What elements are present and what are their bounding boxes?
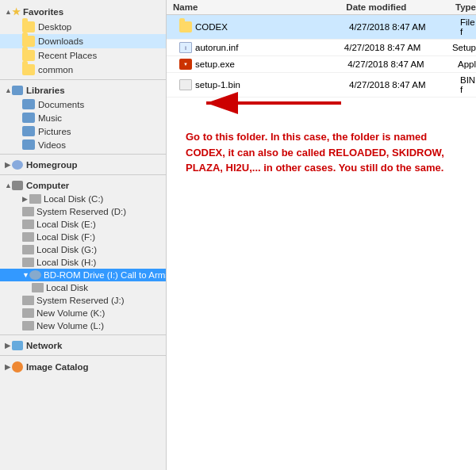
folder-icon bbox=[22, 50, 35, 61]
disk-icon bbox=[22, 207, 34, 216]
sidebar-item-label: Music bbox=[38, 113, 62, 123]
table-row[interactable]: CODEX 4/27/2018 8:47 AM File f bbox=[167, 15, 476, 40]
sidebar-item-local-e[interactable]: Local Disk (E:) bbox=[0, 218, 166, 231]
sidebar-item-label: Downloads bbox=[38, 36, 83, 46]
file-type: Setup bbox=[452, 43, 476, 52]
disk-icon bbox=[22, 220, 34, 229]
expand-icon: ▼ bbox=[22, 271, 29, 279]
local-disk-text: Local Disk bbox=[46, 283, 88, 292]
folder-icon bbox=[22, 21, 35, 32]
favorites-label: Favorites bbox=[23, 7, 63, 17]
disk-icon bbox=[22, 245, 34, 254]
computer-header[interactable]: ▲ Computer bbox=[0, 178, 166, 193]
main-content: Name Date modified Type CODEX 4/27/2018 … bbox=[167, 0, 476, 470]
favorites-header[interactable]: ▲ ★ Favorites bbox=[0, 3, 166, 20]
sidebar-item-label: Desktop bbox=[38, 22, 71, 32]
file-name: CODEX bbox=[195, 22, 228, 32]
cdrom-icon bbox=[29, 270, 41, 280]
disk-icon bbox=[22, 308, 34, 318]
sidebar-item-newvol-k[interactable]: New Volume (K:) bbox=[0, 307, 166, 319]
sidebar-item-label: Documents bbox=[38, 100, 84, 109]
sidebar-item-label: System Reserved (J:) bbox=[36, 296, 125, 305]
disk-icon bbox=[29, 194, 41, 204]
file-date: 4/27/2018 8:47 AM bbox=[344, 43, 452, 52]
sidebar-item-label: Recent Places bbox=[38, 51, 97, 60]
libraries-label: Libraries bbox=[26, 86, 65, 95]
sidebar-item-sysres-d[interactable]: System Reserved (D:) bbox=[0, 205, 166, 218]
sidebar-item-local-h[interactable]: Local Disk (H:) bbox=[0, 256, 166, 269]
homegroup-label: Homegroup bbox=[26, 160, 78, 170]
table-row[interactable]: ▼ setup.exe 4/27/2018 8:47 AM Appl bbox=[167, 56, 476, 73]
annotation-section: Go to this folder. In this case, the fol… bbox=[167, 97, 476, 182]
table-row[interactable]: i autorun.inf 4/27/2018 8:47 AM Setup bbox=[167, 40, 476, 56]
sidebar-item-music[interactable]: Music bbox=[0, 111, 166, 124]
sidebar-item-label: Local Disk (E:) bbox=[36, 220, 96, 229]
sidebar-item-videos[interactable]: Videos bbox=[0, 138, 166, 151]
file-type: File f bbox=[460, 17, 476, 36]
expand-icon: ▶ bbox=[22, 195, 29, 203]
sidebar-item-local-c[interactable]: ▶ Local Disk (C:) bbox=[0, 193, 166, 205]
file-type: Appl bbox=[458, 59, 476, 69]
libraries-header[interactable]: ▲ Libraries bbox=[0, 82, 166, 97]
sidebar-item-label: Pictures bbox=[38, 127, 71, 136]
sidebar: ▲ ★ Favorites Desktop Downloads Recent P… bbox=[0, 0, 167, 470]
catalog-icon bbox=[12, 361, 23, 373]
disk-icon bbox=[22, 232, 34, 242]
divider bbox=[0, 355, 166, 356]
sidebar-item-local-g[interactable]: Local Disk (G:) bbox=[0, 243, 166, 256]
sidebar-item-pictures[interactable]: Pictures bbox=[0, 124, 166, 138]
annotation-arrow bbox=[190, 83, 349, 123]
sidebar-item-label: common bbox=[38, 65, 73, 75]
image-catalog-section: ▶ Image Catalog bbox=[0, 358, 166, 375]
network-header[interactable]: ▶ Network bbox=[0, 338, 166, 353]
sidebar-item-label: Local Disk (F:) bbox=[36, 232, 95, 242]
file-list-header: Name Date modified Type bbox=[167, 0, 476, 15]
sidebar-item-documents[interactable]: Documents bbox=[0, 97, 166, 111]
file-name: autorun.inf bbox=[195, 43, 238, 52]
favorites-expand-icon: ▲ bbox=[5, 8, 11, 16]
file-date: 4/27/2018 8:47 AM bbox=[349, 80, 460, 90]
computer-section: ▲ Computer ▶ Local Disk (C:) System Rese… bbox=[0, 178, 166, 332]
exe-icon: ▼ bbox=[179, 59, 192, 70]
network-icon bbox=[12, 341, 23, 350]
sidebar-item-label: New Volume (K:) bbox=[36, 308, 105, 318]
network-label: Network bbox=[26, 341, 62, 350]
column-header-date[interactable]: Date modified bbox=[346, 2, 455, 12]
divider bbox=[0, 174, 166, 175]
computer-label: Computer bbox=[26, 181, 69, 190]
folder-icon bbox=[22, 36, 35, 47]
divider bbox=[0, 154, 166, 155]
favorites-section: ▲ ★ Favorites Desktop Downloads Recent P… bbox=[0, 3, 166, 77]
file-type: BIN f bbox=[460, 75, 476, 94]
sidebar-item-label: BD-ROM Drive (I:) Call to Arms bbox=[44, 270, 166, 280]
network-expand-icon: ▶ bbox=[5, 342, 11, 350]
local-disk-label: Local Disk bbox=[0, 281, 166, 294]
homegroup-section: ▶ Homegroup bbox=[0, 157, 166, 172]
sidebar-item-newvol-l[interactable]: New Volume (L:) bbox=[0, 319, 166, 332]
disk-icon bbox=[22, 296, 34, 305]
sidebar-item-sysres-j[interactable]: System Reserved (J:) bbox=[0, 294, 166, 307]
sidebar-item-local-f[interactable]: Local Disk (F:) bbox=[0, 231, 166, 243]
image-catalog-expand-icon: ▶ bbox=[5, 363, 11, 371]
description-text: Go to this folder. In this case, the fol… bbox=[175, 123, 468, 182]
sidebar-item-label: System Reserved (D:) bbox=[36, 207, 126, 216]
image-catalog-header[interactable]: ▶ Image Catalog bbox=[0, 358, 166, 375]
network-section: ▶ Network bbox=[0, 338, 166, 353]
column-header-name[interactable]: Name bbox=[167, 2, 346, 12]
sidebar-item-label: New Volume (L:) bbox=[36, 321, 104, 331]
sidebar-item-label: Local Disk (H:) bbox=[36, 258, 96, 267]
file-name: setup.exe bbox=[195, 59, 235, 69]
libraries-section: ▲ Libraries Documents Music Pictures bbox=[0, 82, 166, 151]
sidebar-item-bdrom-i[interactable]: ▼ BD-ROM Drive (I:) Call to Arms bbox=[0, 269, 166, 281]
folder-icon bbox=[22, 64, 35, 75]
file-date: 4/27/2018 8:47 AM bbox=[349, 22, 460, 32]
homegroup-icon bbox=[12, 160, 23, 170]
lib-icon bbox=[22, 99, 35, 109]
homegroup-header[interactable]: ▶ Homegroup bbox=[0, 157, 166, 172]
sidebar-item-label: Local Disk (C:) bbox=[44, 194, 103, 204]
column-header-type[interactable]: Type bbox=[455, 2, 476, 12]
inf-icon: i bbox=[179, 42, 192, 53]
divider bbox=[0, 334, 166, 335]
lib-icon bbox=[22, 113, 35, 123]
sidebar-item-common[interactable]: common bbox=[0, 63, 166, 77]
